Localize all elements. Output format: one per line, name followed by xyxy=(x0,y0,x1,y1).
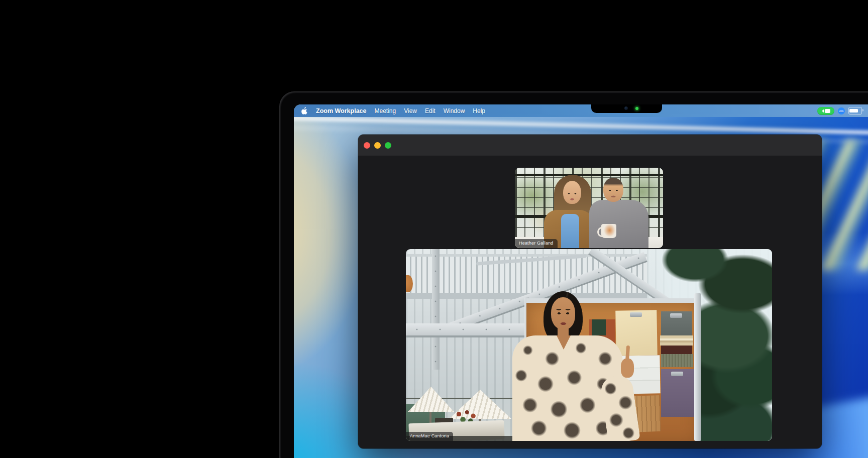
menu-item-window[interactable]: Window xyxy=(444,107,465,114)
window-titlebar[interactable] xyxy=(358,135,822,156)
fabric-sample-book xyxy=(660,335,693,346)
video-camera-icon xyxy=(825,109,830,113)
cream-swatch xyxy=(615,310,658,356)
traffic-lights xyxy=(364,142,391,149)
video-camera-icon xyxy=(822,109,824,113)
woven-swatch xyxy=(661,354,693,367)
camera-led xyxy=(635,107,638,110)
desktop-wallpaper: Zoom Workplace Meeting View Edit Window … xyxy=(294,104,868,458)
swatch-clip xyxy=(671,372,683,376)
wallpaper-streak xyxy=(294,116,868,135)
maroon-swatch xyxy=(661,346,692,354)
app-menu-zoom-workplace[interactable]: Zoom Workplace xyxy=(316,107,366,114)
camera-active-indicator[interactable] xyxy=(817,107,834,115)
minimize-button[interactable] xyxy=(374,142,381,149)
participant-name-label: Heather Galland xyxy=(515,239,558,248)
webcam-lens xyxy=(624,106,628,110)
menu-item-edit[interactable]: Edit xyxy=(425,107,436,114)
coffee-mug xyxy=(601,224,616,238)
woman-face xyxy=(563,181,581,204)
man-gray-shirt xyxy=(589,200,648,248)
purple-swatch xyxy=(661,369,694,417)
steel-post xyxy=(432,249,440,370)
apple-menu[interactable] xyxy=(301,107,308,114)
menu-item-view[interactable]: View xyxy=(404,107,417,114)
battery-icon[interactable] xyxy=(848,107,862,114)
man-face xyxy=(603,178,623,202)
divider-post xyxy=(694,293,701,441)
zoom-meeting-window: Heather Galland xyxy=(358,135,822,448)
menu-bar-status: zm xyxy=(817,107,868,115)
woman-blue-shirt xyxy=(561,214,579,248)
speaker-face xyxy=(551,297,575,329)
close-button[interactable] xyxy=(364,142,370,149)
video-tile-heather-galland[interactable]: Heather Galland xyxy=(515,168,663,248)
fullscreen-button[interactable] xyxy=(385,142,391,149)
apple-icon xyxy=(301,107,308,114)
meeting-stage: Heather Galland xyxy=(358,156,822,448)
video-tile-annamae-cantoria[interactable]: AnnaMae Cantoria xyxy=(406,249,772,441)
camera-notch xyxy=(591,104,662,113)
participant-name-label: AnnaMae Cantoria xyxy=(406,432,453,441)
window-beam xyxy=(515,174,663,176)
battery-nub xyxy=(862,109,863,111)
menu-item-meeting[interactable]: Meeting xyxy=(374,107,396,114)
battery-fill xyxy=(849,109,858,112)
swatch-clip xyxy=(630,312,642,317)
swatch-clip xyxy=(670,313,682,318)
zoom-menubar-icon[interactable]: zm xyxy=(838,107,845,114)
menu-item-help[interactable]: Help xyxy=(473,107,485,114)
menu-bar: Zoom Workplace Meeting View Edit Window … xyxy=(294,104,868,117)
green-swatch xyxy=(592,319,606,335)
menu-bar-left: Zoom Workplace Meeting View Edit Window … xyxy=(294,107,485,114)
